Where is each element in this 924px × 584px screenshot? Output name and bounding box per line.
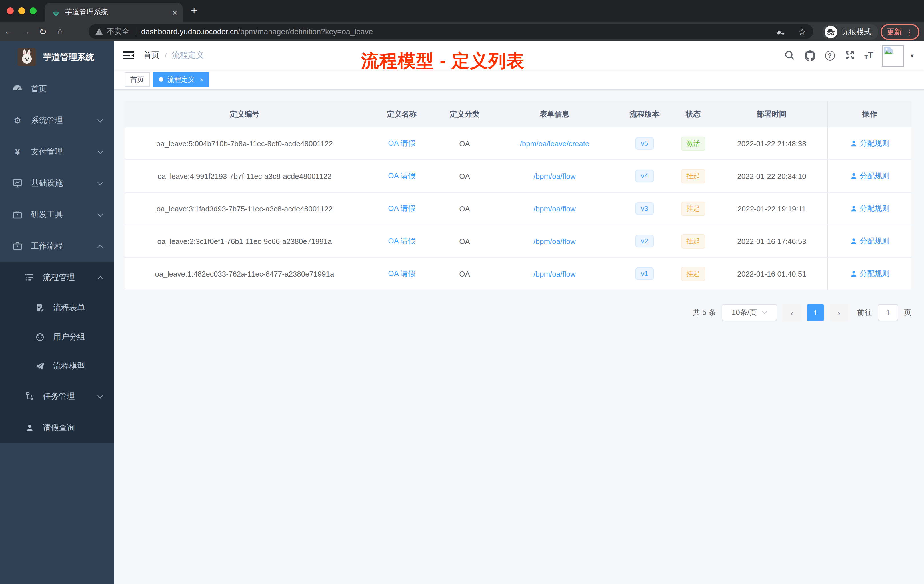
current-page-button[interactable]: 1 (807, 304, 824, 321)
sidebar-item-process-model[interactable]: 流程模型 (0, 351, 114, 381)
assign-rule-link[interactable]: 分配规则 (850, 171, 889, 181)
more-vert-icon[interactable]: ⋮ (906, 28, 913, 36)
assign-rule-link[interactable]: 分配规则 (850, 236, 889, 246)
sidebar-item-task-management[interactable]: 任务管理 (0, 381, 114, 412)
new-tab-button[interactable]: + (191, 5, 197, 17)
sidebar-item-label: 工作流程 (31, 241, 63, 251)
sidebar-item-label: 任务管理 (43, 391, 75, 401)
form-link[interactable]: /bpm/oa/leave/create (520, 139, 589, 148)
person-icon (850, 270, 857, 277)
tag-process-definition[interactable]: 流程定义 × (153, 72, 210, 87)
sidebar-item-home[interactable]: 首页 (0, 73, 114, 105)
back-icon[interactable]: ← (0, 26, 17, 36)
reload-icon[interactable]: ↻ (34, 26, 51, 37)
sidebar-item-infrastructure[interactable]: 基础设施 (0, 167, 114, 199)
status-badge: 挂起 (681, 234, 705, 248)
fullscreen-icon[interactable] (844, 50, 855, 61)
definition-table: 定义编号 定义名称 定义分类 表单信息 流程版本 状态 部署时间 操作 oa_l… (125, 101, 911, 290)
window-close-button[interactable] (7, 7, 14, 14)
form-link[interactable]: /bpm/oa/flow (533, 204, 576, 213)
forward-icon[interactable]: → (17, 26, 34, 36)
address-bar[interactable]: 不安全 dashboard.yudao.iocoder.cn /bpm/mana… (89, 24, 813, 39)
github-icon[interactable] (804, 50, 815, 61)
window-controls (7, 7, 36, 14)
incognito-label: 无痕模式 (842, 27, 871, 37)
sidebar-item-label: 用户分组 (53, 332, 85, 342)
chevron-down-icon (97, 119, 104, 122)
sidebar-item-user-group[interactable]: 用户分组 (0, 322, 114, 351)
status-badge: 挂起 (681, 267, 705, 281)
page-jump-input[interactable] (878, 304, 898, 321)
definition-name-link[interactable]: OA 请假 (388, 269, 415, 278)
incognito-icon (825, 26, 837, 38)
app-header: 首页 / 流程定义 流程模型 - 定义列表 ? (114, 41, 924, 70)
sidebar-item-workflow[interactable]: 工作流程 (0, 230, 114, 262)
definition-name-link[interactable]: OA 请假 (388, 204, 415, 213)
chevron-down-icon (97, 394, 104, 399)
tag-label: 流程定义 (167, 74, 195, 84)
page-size-select[interactable]: 10条/页 (722, 304, 777, 321)
deploy-time: 2022-01-22 19:19:11 (716, 204, 827, 213)
briefcase-icon (12, 242, 23, 250)
browser-tab[interactable]: 芋道管理系统 × (45, 3, 183, 22)
sidebar-item-leave-query[interactable]: 请假查询 (0, 412, 114, 444)
tag-home[interactable]: 首页 (125, 72, 150, 87)
hamburger-icon[interactable] (122, 49, 135, 62)
next-page-button[interactable]: › (830, 304, 848, 321)
header-actions: ? TT ▾ (784, 44, 914, 66)
url-path: /bpm/manager/definition?key=oa_leave (238, 27, 373, 36)
monitor-icon (12, 178, 23, 188)
definition-name-link[interactable]: OA 请假 (388, 237, 415, 245)
pagination: 共 5 条 10条/页 ‹ 1 › 前往 页 (125, 304, 911, 321)
window-minimize-button[interactable] (18, 7, 25, 14)
logo-avatar (18, 48, 36, 66)
person-icon (850, 140, 857, 147)
assign-rule-link[interactable]: 分配规则 (850, 269, 889, 279)
assign-rule-link[interactable]: 分配规则 (850, 203, 889, 214)
sidebar-item-devtools[interactable]: 研发工具 (0, 199, 114, 230)
sidebar-logo[interactable]: 芋道管理系统 (0, 41, 114, 73)
breadcrumb-separator: / (165, 51, 167, 60)
avatar[interactable] (882, 44, 904, 66)
tag-close-icon[interactable]: × (200, 76, 204, 83)
version-badge: v4 (635, 170, 654, 182)
update-label: 更新 (887, 27, 902, 37)
goto-suffix: 页 (904, 307, 911, 318)
form-link[interactable]: /bpm/oa/flow (533, 172, 576, 180)
version-badge: v5 (635, 137, 654, 150)
form-link[interactable]: /bpm/oa/flow (533, 269, 576, 278)
task-flow-icon (24, 392, 35, 401)
deploy-time: 2022-01-22 20:34:10 (716, 172, 827, 180)
caret-down-icon[interactable]: ▾ (911, 52, 914, 59)
browser-update-button[interactable]: 更新 ⋮ (881, 24, 919, 40)
status-badge: 挂起 (681, 201, 705, 216)
yen-icon: ¥ (12, 147, 23, 157)
font-size-icon[interactable]: TT (864, 50, 873, 61)
sidebar-item-label: 流程模型 (53, 361, 85, 371)
sidebar-item-system[interactable]: ⚙ 系统管理 (0, 105, 114, 136)
sidebar-item-payment[interactable]: ¥ 支付管理 (0, 136, 114, 167)
home-icon[interactable]: ⌂ (51, 26, 69, 36)
key-icon[interactable] (776, 26, 785, 36)
definition-name-link[interactable]: OA 请假 (388, 139, 415, 147)
bookmark-star-icon[interactable]: ☆ (798, 26, 806, 37)
window-zoom-button[interactable] (30, 7, 36, 14)
deploy-time: 2022-01-16 17:46:53 (716, 237, 827, 246)
url-host: dashboard.yudao.iocoder.cn (141, 27, 238, 36)
assign-rule-link[interactable]: 分配规则 (850, 138, 889, 148)
column-header: 流程版本 (619, 109, 670, 119)
form-link[interactable]: /bpm/oa/flow (533, 237, 576, 246)
sidebar-item-process-form[interactable]: 流程表单 (0, 293, 114, 322)
definition-name-link[interactable]: OA 请假 (388, 172, 415, 180)
deploy-time: 2022-01-22 21:48:38 (716, 139, 827, 148)
help-icon[interactable]: ? (825, 51, 835, 60)
breadcrumb-home[interactable]: 首页 (144, 50, 159, 61)
definition-id: oa_leave:5:004b710b-7b8a-11ec-8ef0-acde4… (125, 139, 365, 148)
sidebar-item-process-management[interactable]: 流程管理 (0, 262, 114, 293)
table-row: oa_leave:5:004b710b-7b8a-11ec-8ef0-acde4… (125, 127, 911, 160)
tab-close-icon[interactable]: × (173, 8, 177, 16)
chevron-down-icon (97, 150, 104, 154)
dashboard-icon (12, 84, 23, 93)
search-icon[interactable] (784, 50, 795, 61)
prev-page-button[interactable]: ‹ (783, 304, 801, 321)
